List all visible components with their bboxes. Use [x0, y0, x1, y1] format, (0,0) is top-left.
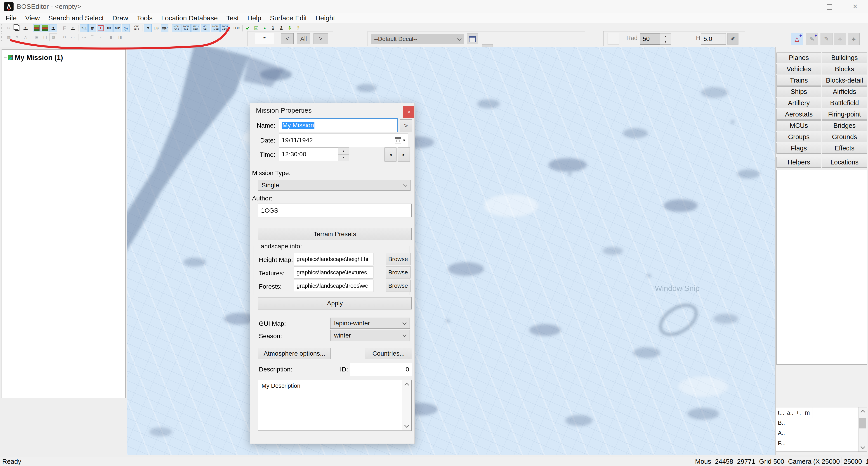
textures-input[interactable]: graphics\landscape\textures.: [293, 266, 373, 279]
arc-add-icon[interactable]: ⌒: [88, 33, 96, 41]
palette-flags-button[interactable]: Flags: [776, 143, 821, 154]
menu-draw[interactable]: Draw: [108, 13, 132, 23]
description-scrollbar[interactable]: [402, 380, 411, 430]
scroll-down-icon[interactable]: [861, 444, 865, 449]
calendar-icon[interactable]: [395, 137, 401, 143]
stamp-icon[interactable]: ▼: [69, 24, 76, 32]
help-icon[interactable]: ?: [294, 24, 302, 32]
transform-icon[interactable]: ▭: [69, 33, 76, 41]
column-header-t[interactable]: t...: [776, 407, 785, 418]
rad-input[interactable]: 50: [640, 33, 660, 45]
column-header-m[interactable]: m: [803, 407, 812, 418]
library-icon[interactable]: LiB: [152, 24, 160, 32]
measure-angle-tool-icon[interactable]: △+: [791, 33, 803, 45]
palette-artillery-button[interactable]: Artillery: [776, 98, 821, 108]
author-input[interactable]: 1CGS: [258, 204, 412, 217]
palette-helpers-button[interactable]: Helpers: [776, 157, 821, 168]
restore-button[interactable]: [816, 0, 842, 13]
text-filter-icon[interactable]: TXT: [105, 24, 113, 32]
palette-airfields-button[interactable]: Airfields: [822, 86, 867, 97]
scroll-down-icon[interactable]: [404, 423, 409, 428]
tree-filter-icon[interactable]: ↟: [286, 24, 293, 32]
palette-planes-button[interactable]: Planes: [776, 53, 821, 63]
mcu-tar-icon[interactable]: MCU TAR: [182, 24, 191, 32]
font-filter-icon[interactable]: F: [61, 24, 68, 32]
filter-input[interactable]: *: [255, 33, 274, 44]
filter-all-button[interactable]: All: [297, 33, 310, 44]
time-prev-button[interactable]: ◂: [384, 147, 397, 162]
flag-filter-icon[interactable]: ⚑: [144, 24, 152, 32]
checkbox-filter-icon[interactable]: ☑: [252, 24, 260, 32]
menu-tools[interactable]: Tools: [132, 13, 157, 23]
palette-vehicles-button[interactable]: Vehicles: [776, 64, 821, 75]
time-input[interactable]: 12:30:00: [279, 147, 338, 161]
mcu-unse-icon[interactable]: MCU UNSE: [211, 24, 220, 32]
dialog-close-button[interactable]: ×: [403, 106, 414, 118]
filter-next-button[interactable]: >: [313, 33, 328, 44]
textures-browse-button[interactable]: Browse: [385, 266, 410, 279]
time-filter-icon[interactable]: ◷: [122, 24, 129, 32]
height-map-input[interactable]: graphics\landscape\height.hi: [293, 253, 373, 265]
countries-button[interactable]: Countries...: [365, 348, 412, 359]
palette-blocks-detail-button[interactable]: Blocks-detail: [822, 75, 867, 86]
filter-prev-button[interactable]: <: [281, 33, 293, 44]
menu-surface-edit[interactable]: Surface Edit: [266, 13, 311, 23]
terrain-brush-b-icon[interactable]: [41, 24, 49, 32]
info-filter-icon[interactable]: i: [97, 24, 104, 32]
table-scrollbar[interactable]: [858, 407, 867, 452]
cut-icon[interactable]: ✂: [5, 24, 13, 32]
menu-file[interactable]: File: [1, 13, 21, 23]
palette-groups-button[interactable]: Groups: [776, 132, 821, 142]
grid-filter-icon[interactable]: #: [88, 24, 96, 32]
palette-blocks-button[interactable]: Blocks: [822, 64, 867, 75]
import-icon[interactable]: ◧: [108, 33, 116, 41]
mission-type-select[interactable]: Single: [258, 180, 410, 191]
scroll-thumb[interactable]: [859, 418, 866, 429]
forest-dark-tool-icon[interactable]: ♣: [848, 33, 860, 45]
time-spin-down-icon[interactable]: ▾: [338, 154, 349, 161]
scroll-up-icon[interactable]: [861, 410, 865, 415]
mcu-mes-icon[interactable]: MCU MES: [191, 24, 200, 32]
dot-filter-icon[interactable]: ●: [261, 24, 269, 32]
toolbar-grip[interactable]: [1, 24, 3, 32]
date-input[interactable]: 19/11/1942 ▾: [279, 133, 408, 147]
time-next-button[interactable]: ▸: [398, 147, 410, 162]
table-row[interactable]: F...: [776, 438, 867, 448]
polygon-new-icon[interactable]: △: [22, 33, 29, 41]
atmosphere-options-button[interactable]: Atmosphere options...: [258, 348, 331, 359]
color-swatch[interactable]: [608, 33, 619, 45]
table-row[interactable]: A..: [776, 428, 867, 438]
mcu-arw-icon[interactable]: MCU ARW: [220, 24, 229, 32]
tree-item-my-mission[interactable]: My Mission (1): [4, 54, 63, 62]
name-expand-button[interactable]: >: [400, 119, 412, 132]
season-select[interactable]: winter: [330, 330, 410, 341]
palette-mcus-button[interactable]: MCUs: [776, 120, 821, 131]
table-row[interactable]: B..: [776, 418, 867, 428]
measure-icon[interactable]: TTT: [22, 24, 29, 32]
rad-spinner[interactable]: ▴ ▾: [660, 33, 671, 45]
column-header-plus[interactable]: +.: [794, 407, 803, 418]
palette-effects-button[interactable]: Effects: [822, 143, 867, 154]
menu-location-database[interactable]: Location Database: [157, 13, 222, 23]
node-del-icon[interactable]: ∘: [97, 33, 104, 41]
terrain-presets-button[interactable]: Terrain Presets: [258, 228, 412, 240]
object-listbox[interactable]: [776, 170, 867, 365]
draw-add-tool-icon[interactable]: ✎+: [806, 33, 818, 45]
apply-button[interactable]: Apply: [258, 297, 412, 310]
pattern-new-icon[interactable]: ▦: [5, 33, 13, 41]
copy-icon[interactable]: [13, 24, 21, 32]
date-dropdown-icon[interactable]: ▾: [403, 138, 405, 143]
palette-locations-button[interactable]: Locations: [822, 157, 867, 168]
palette-firing-point-button[interactable]: Firing-point: [822, 109, 867, 120]
level1-filter-icon[interactable]: 1: [269, 24, 277, 32]
height-map-browse-button[interactable]: Browse: [385, 253, 410, 265]
rotate-icon[interactable]: ↻: [61, 33, 68, 41]
palette-bridges-button[interactable]: Bridges: [822, 120, 867, 131]
level2-filter-icon[interactable]: 2: [278, 24, 285, 32]
minimize-button[interactable]: —: [791, 0, 816, 13]
terrain-brush-a-icon[interactable]: [33, 24, 40, 32]
check-filter-icon[interactable]: ✔: [244, 24, 252, 32]
forests-browse-button[interactable]: Browse: [385, 280, 410, 292]
forest-light-tool-icon[interactable]: ♣: [834, 33, 846, 45]
pattern-select-icon[interactable]: ▩: [50, 33, 57, 41]
